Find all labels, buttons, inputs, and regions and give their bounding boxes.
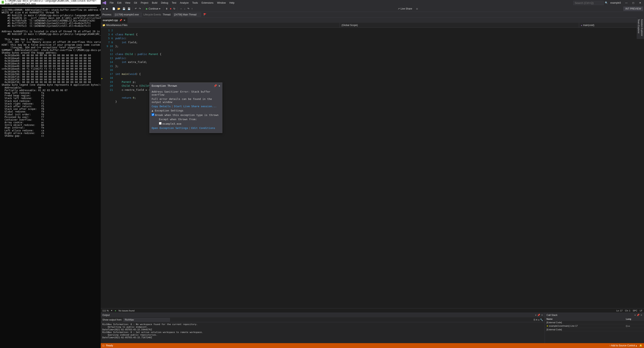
- menu-window[interactable]: Window: [216, 1, 228, 5]
- break-on-throw-checkbox[interactable]: [152, 113, 154, 116]
- menu-tools[interactable]: Tools: [190, 1, 200, 5]
- callstack-panel: Call Stack ▾📌✕ NameLang [External Code] …: [545, 313, 644, 343]
- tab-example3[interactable]: example3.cpp 📌 ✕: [101, 18, 128, 23]
- pin-icon[interactable]: 📌: [119, 19, 122, 22]
- menu-build[interactable]: Build: [150, 1, 159, 5]
- close-icon[interactable]: ✕: [218, 84, 220, 87]
- notifications-button[interactable]: 🔔: [639, 344, 642, 347]
- output-text: RichNav Information: 0 : No workspace fo…: [101, 322, 545, 343]
- dropdown-icon[interactable]: ▾: [535, 314, 536, 316]
- output-toolbar-buttons[interactable]: ⎘ ≡ ⊟ 🔧: [534, 318, 543, 321]
- pin-icon[interactable]: 📌: [636, 314, 640, 316]
- copy-details-link[interactable]: Copy Details: [152, 105, 171, 108]
- start-live-share-link[interactable]: Start Live Share session...: [174, 105, 217, 108]
- pin-icon[interactable]: 📌: [214, 84, 217, 87]
- main-menu: File Edit View Git Project Build Debug T…: [108, 1, 236, 5]
- callstack-panel-title: Call Stack: [546, 314, 558, 316]
- menu-edit[interactable]: Edit: [116, 1, 123, 5]
- exception-settings-expander[interactable]: ▲ Exception Settings: [152, 109, 220, 112]
- menu-file[interactable]: File: [108, 1, 115, 5]
- step-out-button[interactable]: ↑: [190, 7, 194, 11]
- dropdown-icon[interactable]: ▾: [634, 314, 636, 316]
- check-icon: ●: [115, 309, 116, 312]
- undo-button[interactable]: ↶: [134, 7, 138, 11]
- close-button[interactable]: ✕: [637, 1, 643, 5]
- console-titlebar[interactable]: C:\MSDN\cpp-docs-pr\docs\c-language\ASAN…: [0, 0, 101, 5]
- issues-label[interactable]: No issues found: [118, 309, 134, 312]
- minimize-button[interactable]: —: [623, 1, 630, 5]
- play-icon: ▶: [146, 7, 148, 10]
- zoom-level[interactable]: 111 %: [102, 309, 109, 312]
- menu-test[interactable]: Test: [170, 1, 178, 5]
- nav-fwd-button[interactable]: ▶: [106, 7, 109, 11]
- open-exception-settings-link[interactable]: Open Exception Settings: [152, 126, 188, 129]
- flag-icon[interactable]: 🚩: [203, 13, 207, 17]
- pin-icon[interactable]: 📌: [537, 314, 540, 316]
- window-buttons: — ◻ ✕: [623, 1, 643, 5]
- close-icon[interactable]: ✕: [541, 314, 543, 316]
- namespace-select[interactable]: (Global Scope): [340, 23, 579, 27]
- thread-select[interactable]: [24756] Main Thread: [173, 13, 201, 17]
- code-content[interactable]: class Parent { public: int field; }; cla…: [115, 28, 644, 308]
- except-from-label: Except when thrown from:: [159, 118, 220, 121]
- edit-conditions-link[interactable]: Edit Conditions: [191, 126, 215, 129]
- live-share-button[interactable]: ↗ Live Share: [398, 7, 412, 10]
- stop-debug-button[interactable]: ■: [169, 7, 172, 11]
- col-lang[interactable]: Lang: [624, 317, 644, 321]
- stack-frame-current[interactable]: ➤ example3.exe!main() Line 17C++: [545, 324, 644, 328]
- menu-git[interactable]: Git: [132, 1, 139, 5]
- menu-help[interactable]: Help: [228, 1, 236, 5]
- menu-project[interactable]: Project: [139, 1, 150, 5]
- stack-frame[interactable]: [External Code]: [545, 321, 644, 324]
- exception-header[interactable]: Exception Thrown 📌 ✕: [150, 83, 222, 89]
- close-icon[interactable]: ✕: [640, 314, 642, 316]
- stack-frame[interactable]: [External Code]: [545, 328, 644, 331]
- next-statement-button[interactable]: →: [179, 7, 183, 11]
- redo-button[interactable]: ↷: [138, 7, 142, 11]
- thread-label: Thread:: [162, 13, 171, 16]
- team-explorer-tab[interactable]: Team Explorer: [637, 18, 640, 37]
- solution-explorer-tab[interactable]: Solution Explorer: [640, 18, 644, 37]
- module-exclude-checkbox[interactable]: [159, 122, 162, 125]
- menu-debug[interactable]: Debug: [159, 1, 170, 5]
- editor-status-line: 111 % ▾ ● No issues found Ln: 17 Ch: 1 S…: [101, 308, 644, 313]
- maximize-button[interactable]: ◻: [630, 1, 636, 5]
- visual-studio-window: File Edit View Git Project Build Debug T…: [101, 0, 644, 348]
- nav-back-button[interactable]: ◀: [102, 7, 105, 11]
- editor-area: example3.cpp 📌 ✕ ▾ ⚙ 📁Miscellaneous File…: [101, 18, 644, 313]
- output-panel-title: Output: [102, 314, 110, 316]
- debug-process-bar: Process: [11708] example3.exe Lifecycle …: [101, 12, 644, 18]
- function-select[interactable]: ⬧main(void): [579, 23, 644, 27]
- menu-view[interactable]: View: [124, 1, 132, 5]
- code-editor[interactable]: ➤ 1 2 3 4 5 6 7 8 9 10 11 12 13 14 15 16…: [101, 28, 644, 308]
- menu-extensions[interactable]: Extensions: [200, 1, 215, 5]
- feedback-button[interactable]: ☺: [415, 7, 419, 11]
- break-all-button[interactable]: ⏸: [164, 7, 169, 11]
- char-indicator: Ch: 1: [625, 309, 630, 312]
- restart-button[interactable]: ↻: [172, 7, 176, 11]
- open-button[interactable]: 📂: [116, 7, 121, 11]
- vs-titlebar[interactable]: File Edit View Git Project Build Debug T…: [101, 0, 644, 6]
- output-source-select[interactable]: RichNav: [123, 318, 170, 322]
- search-icon[interactable]: 🔍: [605, 2, 608, 4]
- col-name[interactable]: Name: [545, 317, 624, 321]
- vs-logo-icon: [102, 1, 106, 5]
- step-into-button[interactable]: ↓: [183, 7, 186, 11]
- menu-analyze[interactable]: Analyze: [178, 1, 190, 5]
- lifecycle-events-button[interactable]: Lifecycle Events: [144, 13, 161, 16]
- close-tab-icon[interactable]: ✕: [124, 19, 126, 22]
- save-all-button[interactable]: 💾: [127, 7, 131, 11]
- process-select[interactable]: [11708] example3.exe: [114, 13, 142, 17]
- chevron-down-icon[interactable]: ▾: [111, 309, 112, 312]
- bottom-panels: Output ▾📌✕ Show output from: RichNav ⎘ ≡…: [101, 313, 644, 343]
- process-label: Process:: [102, 13, 112, 16]
- add-source-control-button[interactable]: ↑ Add to Source Control ▴: [609, 344, 637, 347]
- step-over-button[interactable]: ↷: [186, 7, 190, 11]
- lineending-indicator: LF: [640, 309, 642, 312]
- search-input[interactable]: [573, 1, 604, 5]
- glyph-margin: ➤: [101, 28, 104, 308]
- new-project-button[interactable]: 📄: [112, 7, 116, 11]
- save-button[interactable]: 💾: [122, 7, 126, 11]
- continue-button[interactable]: ▶ Continue ▾: [144, 7, 162, 11]
- scope-select[interactable]: 📁Miscellaneous Files: [101, 23, 340, 27]
